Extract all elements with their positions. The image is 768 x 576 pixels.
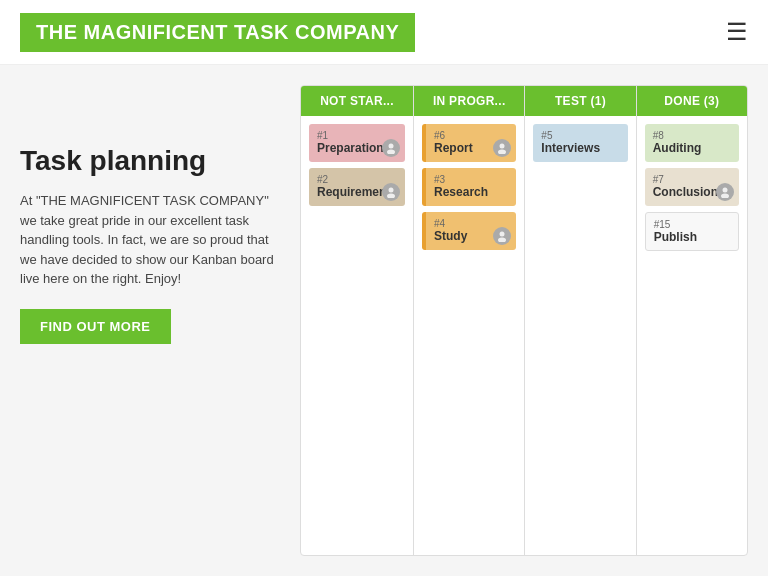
main-content: Task planning At "THE MAGNIFICENT TASK C… [0, 65, 768, 576]
column-test: TEST (1)#5Interviews [525, 86, 636, 555]
card-number-c5: #5 [541, 130, 619, 141]
card-number-c1: #1 [317, 130, 397, 141]
svg-point-0 [389, 144, 394, 149]
column-done: DONE (3)#8Auditing#7Conclusions#15Publis… [637, 86, 747, 555]
hamburger-menu-icon[interactable]: ☰ [726, 18, 748, 46]
card-c4[interactable]: #4Study [422, 212, 516, 250]
card-c2[interactable]: #2Requirements [309, 168, 405, 206]
svg-point-5 [498, 150, 506, 155]
card-c1[interactable]: #1Preparations [309, 124, 405, 162]
card-c5[interactable]: #5Interviews [533, 124, 627, 162]
column-body-test: #5Interviews [525, 116, 635, 555]
kanban-board: NOT STAR...#1Preparations#2RequirementsI… [300, 85, 748, 556]
svg-point-4 [500, 144, 505, 149]
card-title-c3: Research [434, 185, 508, 199]
avatar [493, 227, 511, 245]
column-header-done: DONE (3) [637, 86, 747, 116]
column-body-not-started: #1Preparations#2Requirements [301, 116, 413, 555]
svg-point-9 [721, 194, 729, 199]
card-number-c8: #8 [653, 130, 731, 141]
header: THE MAGNIFICENT TASK COMPANY ☰ [0, 0, 768, 65]
card-number-c15: #15 [654, 219, 730, 230]
page-title: Task planning [20, 145, 280, 177]
avatar [382, 139, 400, 157]
left-panel: Task planning At "THE MAGNIFICENT TASK C… [20, 85, 280, 556]
column-header-test: TEST (1) [525, 86, 635, 116]
card-c7[interactable]: #7Conclusions [645, 168, 739, 206]
card-c6[interactable]: #6Report [422, 124, 516, 162]
card-c3[interactable]: #3Research [422, 168, 516, 206]
svg-point-3 [387, 194, 395, 199]
svg-point-8 [723, 188, 728, 193]
find-out-more-button[interactable]: FIND OUT MORE [20, 309, 171, 344]
avatar [382, 183, 400, 201]
card-title-c8: Auditing [653, 141, 731, 155]
svg-point-6 [500, 232, 505, 237]
svg-point-2 [389, 188, 394, 193]
column-body-done: #8Auditing#7Conclusions#15Publish [637, 116, 747, 555]
column-body-in-progress: #6Report#3Research#4Study [414, 116, 524, 555]
card-number-c2: #2 [317, 174, 397, 185]
card-c8[interactable]: #8Auditing [645, 124, 739, 162]
card-c15[interactable]: #15Publish [645, 212, 739, 251]
site-title: THE MAGNIFICENT TASK COMPANY [20, 13, 415, 52]
column-not-started: NOT STAR...#1Preparations#2Requirements [301, 86, 414, 555]
avatar [716, 183, 734, 201]
avatar [493, 139, 511, 157]
page-description: At "THE MAGNIFICENT TASK COMPANY" we tak… [20, 191, 280, 289]
svg-point-1 [387, 150, 395, 155]
svg-point-7 [498, 238, 506, 243]
column-in-progress: IN PROGR...#6Report#3Research#4Study [414, 86, 525, 555]
card-title-c15: Publish [654, 230, 730, 244]
card-number-c7: #7 [653, 174, 731, 185]
column-header-in-progress: IN PROGR... [414, 86, 524, 116]
card-title-c5: Interviews [541, 141, 619, 155]
column-header-not-started: NOT STAR... [301, 86, 413, 116]
card-number-c3: #3 [434, 174, 508, 185]
